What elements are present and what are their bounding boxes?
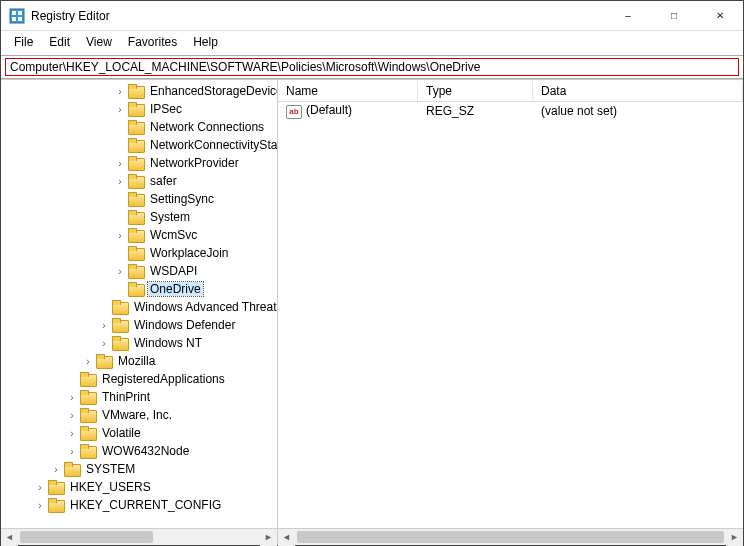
header-data[interactable]: Data (533, 81, 743, 101)
tree-node[interactable]: ›VMware, Inc. (1, 406, 277, 424)
chevron-right-icon[interactable]: › (113, 156, 127, 170)
chevron-right-icon[interactable]: › (97, 318, 111, 332)
folder-icon (80, 372, 96, 386)
list-rows[interactable]: ab(Default)REG_SZ(value not set) (278, 102, 743, 528)
header-name[interactable]: Name (278, 81, 418, 101)
folder-icon (64, 462, 80, 476)
tree-node[interactable]: ›WcmSvc (1, 226, 277, 244)
menu-favorites[interactable]: Favorites (121, 33, 184, 51)
tree-node[interactable]: ›WSDAPI (1, 262, 277, 280)
addressbar-container: Computer\HKEY_LOCAL_MACHINE\SOFTWARE\Pol… (1, 55, 743, 79)
tree-node[interactable]: ›Windows Defender (1, 316, 277, 334)
tree-node-label: Windows NT (132, 336, 204, 350)
folder-icon (128, 138, 144, 152)
address-input[interactable]: Computer\HKEY_LOCAL_MACHINE\SOFTWARE\Pol… (5, 58, 739, 76)
tree-node[interactable]: ›Windows Advanced Threat Protection (1, 298, 277, 316)
tree-node[interactable]: ›System (1, 208, 277, 226)
tree-node[interactable]: ›Volatile (1, 424, 277, 442)
folder-icon (128, 210, 144, 224)
value-list-pane: Name Type Data ab(Default)REG_SZ(value n… (278, 80, 743, 528)
tree-node[interactable]: ›EnhancedStorageDevices (1, 82, 277, 100)
tree-node[interactable]: ›Windows NT (1, 334, 277, 352)
minimize-button[interactable]: – (605, 1, 651, 30)
tree-node[interactable]: ›NetworkProvider (1, 154, 277, 172)
chevron-right-icon[interactable]: › (49, 462, 63, 476)
tree-node[interactable]: ›NetworkConnectivityStatusIndicator (1, 136, 277, 154)
tree-node[interactable]: ›safer (1, 172, 277, 190)
folder-icon (96, 354, 112, 368)
tree-node[interactable]: ›SettingSync (1, 190, 277, 208)
menu-view[interactable]: View (79, 33, 119, 51)
folder-icon (128, 192, 144, 206)
list-hscroll[interactable]: ◄ ► (278, 528, 743, 545)
chevron-right-icon[interactable]: › (33, 498, 47, 512)
svg-rect-3 (12, 17, 16, 21)
chevron-right-icon[interactable]: › (81, 354, 95, 368)
chevron-right-icon[interactable]: › (113, 174, 127, 188)
svg-rect-1 (12, 11, 16, 15)
body: ›EnhancedStorageDevices›IPSec›Network Co… (1, 79, 743, 528)
svg-rect-2 (18, 11, 22, 15)
chevron-right-icon[interactable]: › (113, 228, 127, 242)
maximize-button[interactable]: □ (651, 1, 697, 30)
tree-node[interactable]: ›RegisteredApplications (1, 370, 277, 388)
tree-node-label: Volatile (100, 426, 143, 440)
tree-node-label: HKEY_USERS (68, 480, 153, 494)
chevron-right-icon[interactable]: › (113, 264, 127, 278)
folder-icon (128, 264, 144, 278)
tree-node-label: EnhancedStorageDevices (148, 84, 278, 98)
tree-node[interactable]: ›IPSec (1, 100, 277, 118)
folder-icon (128, 246, 144, 260)
tree-node[interactable]: ›HKEY_CURRENT_CONFIG (1, 496, 277, 514)
tree-node[interactable]: ›HKEY_USERS (1, 478, 277, 496)
tree-pane[interactable]: ›EnhancedStorageDevices›IPSec›Network Co… (1, 80, 278, 528)
tree-node[interactable]: ›WOW6432Node (1, 442, 277, 460)
scroll-track[interactable] (295, 529, 726, 545)
tree-node-label: RegisteredApplications (100, 372, 227, 386)
tree-node-label: WorkplaceJoin (148, 246, 230, 260)
scroll-right-icon[interactable]: ► (726, 529, 743, 546)
chevron-right-icon[interactable]: › (65, 390, 79, 404)
tree-node[interactable]: ›WorkplaceJoin (1, 244, 277, 262)
menu-file[interactable]: File (7, 33, 40, 51)
close-button[interactable]: ✕ (697, 1, 743, 30)
chevron-right-icon[interactable]: › (113, 102, 127, 116)
chevron-right-icon[interactable]: › (65, 408, 79, 422)
folder-icon (112, 336, 128, 350)
tree-node[interactable]: ›ThinPrint (1, 388, 277, 406)
tree-node-label: WOW6432Node (100, 444, 191, 458)
tree-node[interactable]: ›Mozilla (1, 352, 277, 370)
scroll-track[interactable] (18, 529, 260, 545)
menu-edit[interactable]: Edit (42, 33, 77, 51)
string-value-icon: ab (286, 105, 302, 119)
tree-node[interactable]: ›SYSTEM (1, 460, 277, 478)
value-data: (value not set) (533, 104, 743, 118)
tree-node-label: VMware, Inc. (100, 408, 174, 422)
tree-hscroll[interactable]: ◄ ► (1, 528, 278, 545)
tree-node-label: Mozilla (116, 354, 157, 368)
tree-node-label: SYSTEM (84, 462, 137, 476)
tree-node[interactable]: ›OneDrive (1, 280, 277, 298)
scroll-left-icon[interactable]: ◄ (1, 529, 18, 546)
folder-icon (128, 174, 144, 188)
chevron-right-icon[interactable]: › (33, 480, 47, 494)
scroll-left-icon[interactable]: ◄ (278, 529, 295, 546)
tree-node-label: SettingSync (148, 192, 216, 206)
folder-icon (112, 318, 128, 332)
chevron-right-icon[interactable]: › (113, 84, 127, 98)
folder-icon (80, 390, 96, 404)
scroll-right-icon[interactable]: ► (260, 529, 277, 546)
value-row[interactable]: ab(Default)REG_SZ(value not set) (278, 102, 743, 120)
tree-node[interactable]: ›Network Connections (1, 118, 277, 136)
folder-icon (48, 498, 64, 512)
chevron-right-icon[interactable]: › (65, 426, 79, 440)
folder-icon (112, 300, 128, 314)
chevron-right-icon[interactable]: › (97, 336, 111, 350)
menu-help[interactable]: Help (186, 33, 225, 51)
folder-icon (80, 408, 96, 422)
list-header[interactable]: Name Type Data (278, 80, 743, 102)
value-type: REG_SZ (418, 104, 533, 118)
chevron-right-icon[interactable]: › (65, 444, 79, 458)
tree-node-label: NetworkProvider (148, 156, 241, 170)
header-type[interactable]: Type (418, 81, 533, 101)
